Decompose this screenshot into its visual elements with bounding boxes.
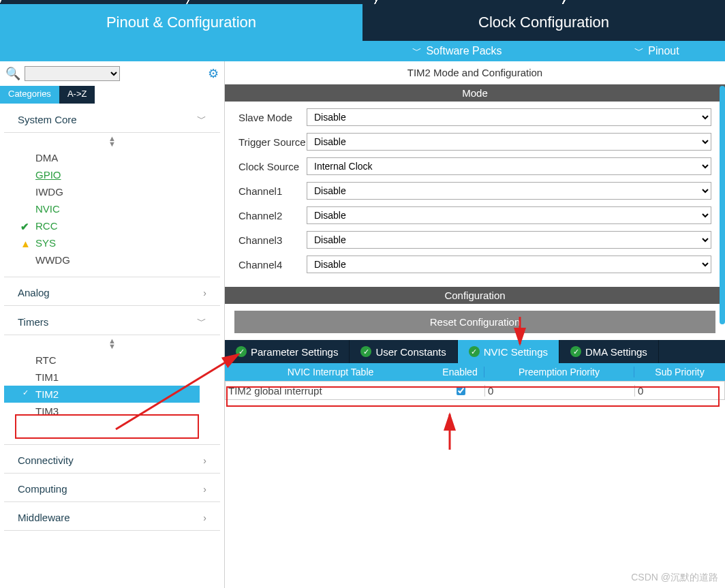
watermark: CSDN @沉默的道路: [631, 572, 718, 584]
select-trigger-source[interactable]: Disable: [307, 133, 711, 151]
sub-bar: ﹀ Software Packs ﹀ Pinout: [0, 41, 725, 61]
tab-user-constants[interactable]: ✓User Constants: [350, 340, 457, 363]
tree-item-gpio[interactable]: GPIO: [4, 166, 220, 183]
panel-title: TIM2 Mode and Configuration: [225, 61, 725, 84]
label-clock-source: Clock Source: [238, 161, 307, 172]
label: TIM2: [35, 388, 59, 400]
left-tree-pane: 🔍 ⚙ Categories A->Z System Core ﹀ ▲▼ DMA…: [0, 61, 225, 588]
tree-item-sys[interactable]: ▲SYS: [4, 234, 220, 251]
label-channel1: Channel1: [238, 185, 307, 197]
config-tab-bar: ✓Parameter Settings ✓User Constants ✓NVI…: [225, 340, 725, 363]
label-slave-mode: Slave Mode: [238, 112, 307, 123]
tree-item-rtc[interactable]: RTC: [4, 352, 220, 369]
select-slave-mode[interactable]: Disable: [307, 108, 711, 126]
nvic-row-tim2[interactable]: TIM2 global interrupt 0 0: [225, 381, 725, 400]
configured-icon: [20, 389, 31, 400]
label: Pinout: [648, 45, 679, 57]
group-timers[interactable]: Timers ﹀: [4, 306, 220, 335]
scrollbar[interactable]: [720, 86, 725, 324]
tree-item-tim3[interactable]: TIM3: [4, 403, 220, 445]
tab-clock-config[interactable]: Clock Configuration: [362, 4, 725, 41]
chevron-down-icon: ﹀: [412, 45, 422, 57]
nvic-table-header: NVIC Interrupt Table Enabled Preemption …: [225, 363, 725, 381]
tree-item-wwdg[interactable]: WWDG: [4, 251, 220, 277]
label: Middleware: [18, 512, 70, 523]
software-packs-dropdown[interactable]: ﹀ Software Packs: [326, 41, 589, 61]
tab-categories[interactable]: Categories: [0, 86, 59, 104]
main-tab-bar: Pinout & Configuration Clock Configurati…: [0, 4, 725, 41]
ok-icon: ✓: [469, 346, 480, 357]
select-channel3[interactable]: Disable: [307, 231, 711, 249]
label-channel2: Channel2: [238, 210, 307, 221]
col-preemption: Preemption Priority: [484, 367, 634, 377]
tab-nvic-settings[interactable]: ✓NVIC Settings: [458, 340, 559, 363]
ok-icon: ✓: [360, 346, 371, 357]
col-interrupt-table: NVIC Interrupt Table: [225, 367, 436, 377]
label-trigger-source: Trigger Source: [238, 136, 307, 148]
group-middleware[interactable]: Middleware ›: [4, 502, 220, 531]
select-channel1[interactable]: Disable: [307, 182, 711, 200]
checkbox-enabled[interactable]: [457, 386, 465, 395]
select-channel4[interactable]: Disable: [307, 256, 711, 273]
check-icon: ✔: [20, 221, 29, 233]
cell-preemption[interactable]: 0: [484, 385, 634, 397]
label: Timers: [18, 316, 48, 328]
col-subpriority: Sub Priority: [634, 367, 725, 377]
warning-icon: ▲: [20, 238, 31, 249]
chevron-down-icon: ﹀: [634, 45, 644, 57]
sort-icon[interactable]: ▲▼: [4, 133, 220, 149]
group-computing[interactable]: Computing ›: [4, 474, 220, 502]
tree-item-tim2[interactable]: TIM2: [4, 386, 200, 403]
right-config-pane: TIM2 Mode and Configuration Mode Slave M…: [225, 61, 725, 588]
label: RCC: [35, 220, 58, 232]
label: User Constants: [375, 346, 446, 358]
tree-item-tim1[interactable]: TIM1: [4, 369, 220, 386]
select-channel2[interactable]: Disable: [307, 206, 711, 224]
pinout-dropdown[interactable]: ﹀ Pinout: [589, 41, 725, 61]
search-input[interactable]: [25, 66, 120, 81]
chevron-down-icon: ﹀: [197, 315, 206, 328]
tab-a-z[interactable]: A->Z: [59, 86, 95, 104]
sort-icon[interactable]: ▲▼: [4, 335, 220, 352]
label: DMA Settings: [585, 346, 647, 358]
top-decor: [0, 0, 725, 4]
reset-configuration-button[interactable]: Reset Configuration: [234, 311, 715, 333]
chevron-down-icon: ﹀: [197, 113, 206, 125]
chevron-right-icon: ›: [203, 484, 206, 495]
ok-icon: ✓: [236, 346, 247, 357]
ok-icon: ✓: [570, 346, 581, 357]
tree-item-nvic[interactable]: NVIC: [4, 200, 220, 217]
label: SYS: [35, 237, 56, 249]
chevron-right-icon: ›: [203, 455, 206, 466]
cell-enabled: [437, 384, 484, 397]
label-channel3: Channel3: [238, 234, 307, 246]
mode-body: Slave ModeDisable Trigger SourceDisable …: [225, 102, 725, 287]
gear-icon[interactable]: ⚙: [208, 66, 219, 81]
chevron-right-icon: ›: [203, 288, 206, 298]
tab-dma-settings[interactable]: ✓DMA Settings: [559, 340, 659, 363]
mode-section-header: Mode: [225, 84, 725, 102]
label: System Core: [18, 114, 77, 125]
tree-item-iwdg[interactable]: IWDG: [4, 183, 220, 200]
tab-parameter-settings[interactable]: ✓Parameter Settings: [225, 340, 350, 363]
label-channel4: Channel4: [238, 259, 307, 270]
group-analog[interactable]: Analog ›: [4, 277, 220, 306]
search-icon: 🔍: [5, 66, 20, 81]
col-enabled: Enabled: [436, 367, 484, 377]
cell-subpriority[interactable]: 0: [634, 385, 724, 397]
group-system-core[interactable]: System Core ﹀: [4, 104, 220, 133]
tab-pinout-config[interactable]: Pinout & Configuration: [0, 4, 362, 41]
annotation-arrow: [436, 409, 463, 457]
label: NVIC Settings: [484, 346, 548, 358]
label: Connectivity: [18, 454, 74, 466]
group-connectivity[interactable]: Connectivity ›: [4, 445, 220, 474]
label: Computing: [18, 483, 67, 495]
select-clock-source[interactable]: Internal Clock: [307, 157, 711, 175]
chevron-right-icon: ›: [203, 512, 206, 523]
tree-item-rcc[interactable]: ✔RCC: [4, 217, 220, 234]
label: Analog: [18, 287, 50, 298]
configuration-section-header: Configuration: [225, 287, 725, 304]
label: Parameter Settings: [251, 346, 338, 358]
label: Software Packs: [426, 45, 502, 57]
tree-item-dma[interactable]: DMA: [4, 149, 220, 166]
